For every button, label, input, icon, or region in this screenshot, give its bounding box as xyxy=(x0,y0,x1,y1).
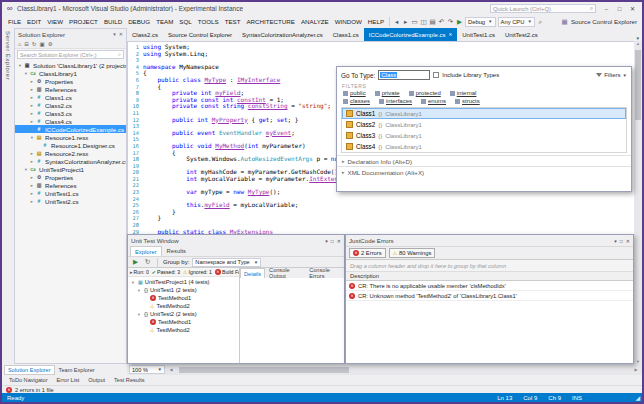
filter-classes[interactable]: classes xyxy=(343,98,370,104)
tree-item[interactable]: ▸#UnitTest1.cs xyxy=(15,189,126,197)
tree-item[interactable]: ▸#Class2.cs xyxy=(15,101,126,109)
scrollbar-thumb[interactable] xyxy=(635,50,641,120)
panel-tab-todo-navigator[interactable]: ToDo Navigator xyxy=(5,375,52,385)
menu-team[interactable]: TEAM xyxy=(153,18,176,25)
group-by-dropdown[interactable]: Namespace and Type ▼ xyxy=(192,258,261,267)
resize-grip[interactable]: ◢ xyxy=(635,395,640,401)
tree-item[interactable]: ▸▥References xyxy=(15,181,126,189)
include-library-types-checkbox[interactable] xyxy=(433,72,439,78)
tab-class1-cs[interactable]: Class1.cs xyxy=(328,28,364,41)
minimize-button[interactable]: – xyxy=(600,4,613,14)
filter-structs[interactable]: structs xyxy=(455,98,480,104)
tree-item[interactable]: ▸#UnitTest2.cs xyxy=(15,197,126,205)
open-file-icon[interactable]: ◫ xyxy=(419,17,428,27)
menu-build[interactable]: BUILD xyxy=(101,18,125,25)
tree-item[interactable]: ▾C#ClassLibrary1 xyxy=(15,69,126,77)
filter-interfaces[interactable]: interfaces xyxy=(379,98,412,104)
tree-item[interactable]: ▾▣Solution 'ClassLibrary1' (2 projects) xyxy=(15,61,126,69)
panel-tab-error-list[interactable]: Error List xyxy=(53,375,84,385)
goto-result-row[interactable]: Class1{}ClassLibrary1 xyxy=(342,108,626,119)
filters-button[interactable]: Filters ▼ xyxy=(596,72,627,78)
errors-filter-button[interactable]: ✕ 2 Errors xyxy=(349,248,386,258)
unit-test-tab-explorer[interactable]: Explorer xyxy=(130,246,162,256)
goto-result-row[interactable]: Class4{}ClassLibrary1 xyxy=(342,141,626,152)
expander-icon[interactable]: ▾ xyxy=(136,312,142,317)
tab-unittest1-cs[interactable]: UnitTest1.cs xyxy=(457,28,500,41)
expander-icon[interactable]: ▾ xyxy=(136,288,142,293)
tree-item[interactable]: ▸⚙Properties xyxy=(15,77,126,85)
close-button[interactable]: ✕ xyxy=(626,4,639,14)
show-all-files-icon[interactable]: ▣ xyxy=(40,41,45,47)
tab-syntaxcolorizationanalyzer-cs[interactable]: SyntaxColorizationAnalyzer.cs xyxy=(237,28,328,41)
menu-tools[interactable]: TOOLS xyxy=(195,18,222,25)
panel-tab-output[interactable]: Output xyxy=(84,375,109,385)
home-icon[interactable]: ⌂ xyxy=(18,41,21,47)
navigate-forward-icon[interactable]: ▸ xyxy=(401,17,410,27)
warnings-filter-button[interactable]: ⚠ 80 Warnings xyxy=(389,248,436,258)
solution-explorer-search-input[interactable]: Search Solution Explorer (Ctrl+;) ⌕ xyxy=(17,50,124,59)
scroll-right-icon[interactable]: ▶ xyxy=(632,366,640,374)
scroll-left-icon[interactable]: ◀ xyxy=(167,366,175,374)
menu-project[interactable]: PROJECT xyxy=(66,18,101,25)
redo-icon[interactable]: ↷ xyxy=(446,17,455,27)
collapse-all-icon[interactable]: ⊟ xyxy=(24,41,29,47)
tree-item[interactable]: ▸#ICCodeColorizedExample.cs xyxy=(15,125,126,133)
tree-item[interactable]: ▸#Class3.cs xyxy=(15,109,126,117)
menu-sql[interactable]: SQL xyxy=(176,18,194,25)
tree-item[interactable]: #Resource1.Designer.cs xyxy=(15,141,126,149)
platform-dropdown[interactable]: Any CPU▼ xyxy=(498,17,535,27)
maximize-icon[interactable]: □ xyxy=(331,238,334,244)
filter-internal[interactable]: internal xyxy=(450,90,477,96)
tree-item[interactable]: ▸#Class4.cs xyxy=(15,117,126,125)
undo-icon[interactable]: ↶ xyxy=(437,17,446,27)
dock-tab-solution-explorer[interactable]: Solution Explorer xyxy=(4,365,55,375)
panel-tab-test-results[interactable]: Test Results xyxy=(110,375,148,385)
detail-tab-details[interactable]: Details xyxy=(240,268,265,278)
close-icon[interactable]: ✕ xyxy=(337,238,341,244)
error-row[interactable]: ✕CR: There is no applicable usable membe… xyxy=(346,281,633,291)
source-control-explorer-button[interactable]: ▦ Source Control Explorer xyxy=(558,17,639,27)
maximize-button[interactable]: □ xyxy=(613,4,626,14)
new-file-icon[interactable]: ▭ xyxy=(410,17,419,27)
scroll-up-icon[interactable]: ▲ xyxy=(634,41,642,46)
menu-analyze[interactable]: ANALYZE xyxy=(298,18,332,25)
tree-item[interactable]: ▾C#UnitTestProject1 xyxy=(15,165,126,173)
window-position-icon[interactable]: ▾ xyxy=(113,31,116,37)
tab-iccodecolorizedexample-cs[interactable]: ICCodeColorizedExample.cs✕ xyxy=(364,28,457,41)
properties-icon[interactable]: ⚙ xyxy=(48,41,53,47)
navigate-back-icon[interactable]: ◂ xyxy=(392,17,401,27)
tree-item[interactable]: ▸⚙Properties xyxy=(15,173,126,181)
goto-result-row[interactable]: Class3{}ClassLibrary1 xyxy=(342,130,626,141)
filter-enums[interactable]: enums xyxy=(421,98,446,104)
zoom-dropdown[interactable]: 100 % ▼ xyxy=(129,365,165,374)
goto-type-input[interactable]: Class xyxy=(378,70,430,80)
test-tree-item[interactable]: ▾▦UnitTestProject1 (4 tests) xyxy=(128,278,239,286)
menu-file[interactable]: FILE xyxy=(5,18,24,25)
detail-tab-console-errors[interactable]: Console Errors xyxy=(306,268,344,278)
test-tree-item[interactable]: ⚠TestMethod2 xyxy=(128,302,239,310)
tree-item[interactable]: ▾▤Resource1.resx xyxy=(15,133,126,141)
menu-view[interactable]: VIEW xyxy=(44,18,66,25)
tab-class2-cs[interactable]: Class2.cs xyxy=(127,28,163,41)
test-tree-item[interactable]: ▾{}UnitTest2 (2 tests) xyxy=(128,310,239,318)
window-position-icon[interactable]: ▾ xyxy=(614,238,617,244)
test-tree-item[interactable]: ▾{}UnitTest1 (2 tests) xyxy=(128,286,239,294)
tab-source-control-explorer[interactable]: Source Control Explorer xyxy=(163,28,237,41)
xml-documentation-section[interactable]: ▸ XML Documentation (Alt+X) xyxy=(337,166,631,177)
tree-item[interactable]: ▸#Class1.cs xyxy=(15,93,126,101)
close-icon[interactable]: ✕ xyxy=(448,32,452,37)
menu-window[interactable]: WINDOW xyxy=(332,18,365,25)
window-position-icon[interactable]: ▾ xyxy=(325,238,328,244)
test-tree-item[interactable]: ✕TestMethod1 xyxy=(128,318,239,326)
run-tests-icon[interactable]: ▶ xyxy=(131,257,140,267)
test-tree-item[interactable]: ✕TestMethod1 xyxy=(128,294,239,302)
server-explorer-tab[interactable]: Server Explorer xyxy=(5,31,11,80)
find-icon[interactable]: ⌕ xyxy=(536,17,545,27)
tree-item[interactable]: ▸▥References xyxy=(15,85,126,93)
goto-result-row[interactable]: Class2{}ClassLibrary1 xyxy=(342,119,626,130)
menu-test[interactable]: TEST xyxy=(222,18,244,25)
filter-protected[interactable]: protected xyxy=(409,90,441,96)
unit-test-tab-results[interactable]: Results xyxy=(163,246,190,256)
vertical-scrollbar[interactable]: ▲ ▼ xyxy=(634,41,642,364)
menu-architecture[interactable]: ARCHITECTURE xyxy=(243,18,297,25)
